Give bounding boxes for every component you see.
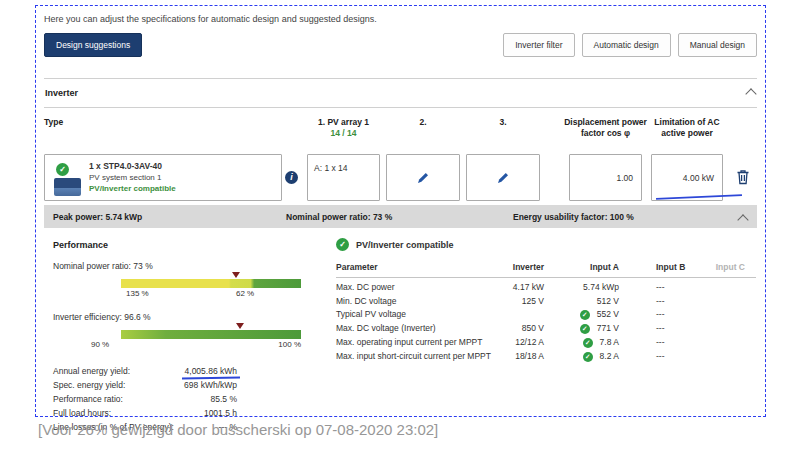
inverter-summary-bar: Peak power: 5.74 kWp Nominal power ratio… <box>44 205 757 228</box>
cell-input-b: --- <box>619 281 699 295</box>
col-ac-limit: Limitation of AC active power <box>642 117 732 139</box>
stat-label: Full load hours: <box>53 406 111 420</box>
cell-input-c <box>699 322 756 336</box>
cell-inverter: 18/18 A <box>494 350 544 364</box>
compatibility-title: PV/Inverter compatible <box>356 240 454 250</box>
ok-check-icon: ✓ <box>580 310 590 320</box>
header-input-c: Input C <box>699 261 756 278</box>
stat-row: Full load hours: 1001.5 h <box>53 406 237 420</box>
annual-energy-yield-value: 4,005.86 kWh <box>185 364 237 378</box>
bar-scale-label: 135 % <box>126 289 149 298</box>
cell-input-b: --- <box>619 336 699 350</box>
detail-panel: Performance Nominal power ratio: 73 % 13… <box>44 228 757 414</box>
info-icon[interactable]: i <box>285 171 298 184</box>
cell-parameter: Max. DC voltage (Inverter) <box>336 322 494 336</box>
ok-check-icon: ✓ <box>583 352 593 362</box>
bar-scale-label: 90 % <box>91 340 109 349</box>
stat-value: 698 kWh/kWp <box>184 378 237 392</box>
selection-marquee: Here you can adjust the specifications f… <box>35 5 766 417</box>
col-3: 3. <box>466 117 540 128</box>
cell-input-a: ✓ 7.8 A <box>544 336 619 350</box>
compatibility-panel: ✓ PV/Inverter compatible Parameter Inver… <box>336 238 757 364</box>
inverter-efficiency-bar: 90 % 100 % <box>121 323 301 352</box>
peak-power: Peak power: 5.74 kWp <box>53 212 142 222</box>
array-a-config-box[interactable]: A: 1 x 14 <box>307 154 380 201</box>
inverter-section-header: Inverter <box>44 78 757 108</box>
inverter-row: ✓ 1 x STP4.0-3AV-40 PV system section 1 … <box>44 154 757 201</box>
cell-parameter: Max. operating input current per MPPT <box>336 336 494 350</box>
col-pv-array-1: 1. PV array 1 14 / 14 <box>307 117 380 139</box>
cell-input-a: ✓ 552 V <box>544 308 619 322</box>
array-3-edit-box[interactable] <box>466 154 540 201</box>
stat-label: Performance ratio: <box>53 392 123 406</box>
automatic-design-button[interactable]: Automatic design <box>582 33 671 57</box>
pv-system-section: PV system section 1 <box>89 172 176 183</box>
pencil-icon <box>497 172 509 184</box>
compatible-check-icon: ✓ <box>336 238 349 251</box>
inverter-type-text: 1 x STP4.0-3AV-40 PV system section 1 PV… <box>89 161 176 194</box>
bar-track <box>121 330 301 339</box>
cell-parameter: Typical PV voltage <box>336 308 494 322</box>
cell-input-a-value: 7.8 A <box>600 336 619 350</box>
compatibility-table: Parameter Inverter Input A Input B Input… <box>336 261 757 364</box>
inverter-section-title: Inverter <box>45 88 78 98</box>
cos-phi-field[interactable]: 1.00 <box>569 154 642 201</box>
cell-input-b: --- <box>619 350 699 364</box>
inverter-filter-button[interactable]: Inverter filter <box>503 33 574 57</box>
header-input-a: Input A <box>544 261 619 278</box>
collapse-chevron-icon[interactable] <box>745 88 756 99</box>
stat-value: 1001.5 h <box>204 406 237 420</box>
toolbar-right: Inverter filter Automatic design Manual … <box>503 33 757 57</box>
cell-input-a: 5.74 kWp <box>544 281 619 295</box>
design-suggestions-button[interactable]: Design suggestions <box>44 33 142 57</box>
inverter-name: 1 x STP4.0-3AV-40 <box>89 161 176 172</box>
stat-label: Annual energy yield: <box>53 364 130 378</box>
inverter-type-box[interactable]: ✓ 1 x STP4.0-3AV-40 PV system section 1 … <box>44 154 282 201</box>
ok-check-icon: ✓ <box>583 338 593 348</box>
compatibility-header: ✓ PV/Inverter compatible <box>336 238 757 251</box>
column-headers: Type 1. PV array 1 14 / 14 2. 3. Displac… <box>44 117 757 154</box>
stat-row: Performance ratio: 85.5 % <box>53 392 237 406</box>
col-pv-array-1-count: 14 / 14 <box>307 128 380 139</box>
cell-parameter: Max. input short-circuit current per MPP… <box>336 350 494 364</box>
bar-scale-label: 100 % <box>278 340 301 349</box>
edit-footer-note: [Voor 26% gewijzigd door busscherski op … <box>38 421 438 438</box>
cell-inverter: 125 V <box>494 295 544 309</box>
cell-input-a-value: 552 V <box>597 308 619 322</box>
cell-input-a: ✓ 8.2 A <box>544 350 619 364</box>
cell-input-b: --- <box>619 295 699 309</box>
cell-input-b: --- <box>619 322 699 336</box>
cell-input-c <box>699 295 756 309</box>
cell-input-c <box>699 336 756 350</box>
collapse-chevron-icon[interactable] <box>737 214 748 225</box>
cell-input-a-value: 771 V <box>597 322 619 336</box>
ac-limit-field[interactable]: 4.00 kW <box>651 154 723 201</box>
compatible-check-icon: ✓ <box>56 163 69 176</box>
cell-input-b: --- <box>619 308 699 322</box>
cell-input-c <box>699 350 756 364</box>
bar-scale-label: 62 % <box>236 289 254 298</box>
header-input-b: Input B <box>619 261 699 278</box>
col-pv-array-1-label: 1. PV array 1 <box>307 117 380 128</box>
delete-inverter-button[interactable] <box>736 169 750 185</box>
compatibility-status: PV/Inverter compatible <box>89 183 176 194</box>
array-2-edit-box[interactable] <box>386 154 460 201</box>
inverter-image <box>54 178 81 196</box>
stat-value: 85.5 % <box>211 392 237 406</box>
cell-inverter: 12/12 A <box>494 336 544 350</box>
cell-inverter <box>494 308 544 322</box>
energy-usability-factor: Energy usability factor: 100 % <box>513 212 634 222</box>
cell-input-c <box>699 281 756 295</box>
col-cos-phi: Displacement power factor cos φ <box>558 117 653 139</box>
intro-text: Here you can adjust the specifications f… <box>44 6 757 24</box>
cell-input-c <box>699 308 756 322</box>
cell-input-a-value: 512 V <box>597 295 619 309</box>
trash-icon <box>736 169 750 185</box>
stat-row: Annual energy yield: 4,005.86 kWh <box>53 364 237 378</box>
manual-design-button[interactable]: Manual design <box>678 33 757 57</box>
performance-panel: Performance Nominal power ratio: 73 % 13… <box>53 240 328 434</box>
nominal-power-ratio-bar: 135 % 62 % <box>121 272 301 301</box>
header-inverter: Inverter <box>494 261 544 278</box>
ok-check-icon: ✓ <box>580 324 590 334</box>
stat-label: Spec. energy yield: <box>53 378 125 392</box>
